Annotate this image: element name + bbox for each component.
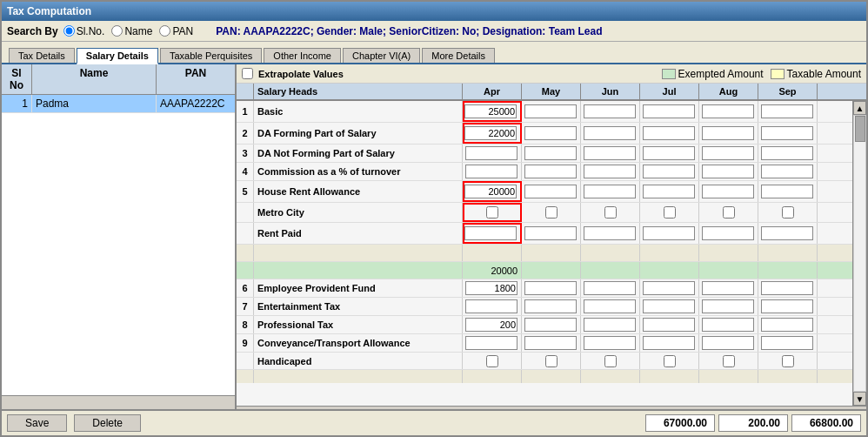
- input-jun-hra[interactable]: [584, 185, 636, 198]
- input-aug-commission[interactable]: [702, 165, 754, 178]
- input-jul-da-not[interactable]: [643, 146, 695, 160]
- input-jun-entertainment[interactable]: [584, 299, 636, 313]
- input-may-da-not[interactable]: [524, 146, 577, 160]
- input-apr-professional-tax[interactable]: [465, 318, 517, 332]
- cell-jun-metro[interactable]: [581, 203, 640, 222]
- input-apr-da-forming[interactable]: [464, 126, 517, 140]
- chk-sep-metro[interactable]: [782, 206, 794, 218]
- cell-jul-epf[interactable]: [640, 279, 699, 297]
- input-jun-da-not[interactable]: [584, 146, 636, 160]
- cell-jun-da-forming[interactable]: [581, 123, 640, 144]
- cell-sep-entertainment[interactable]: [758, 298, 818, 315]
- cell-jul-da-forming[interactable]: [640, 123, 699, 144]
- cell-jul-metro[interactable]: [640, 203, 699, 222]
- chk-apr-metro[interactable]: [486, 206, 498, 218]
- tab-salary-details[interactable]: Salary Details: [77, 48, 158, 64]
- input-apr-conveyance[interactable]: [465, 336, 517, 350]
- chk-jul-handicaped[interactable]: [664, 355, 676, 367]
- horizontal-scrollbar[interactable]: ◄ ►: [237, 406, 866, 409]
- cell-jul-entertainment[interactable]: [640, 298, 699, 315]
- cell-jul-basic[interactable]: [640, 101, 699, 122]
- input-jul-da-forming[interactable]: [643, 126, 695, 140]
- cell-jul-professional-tax[interactable]: [640, 316, 699, 333]
- cell-apr-hra[interactable]: [463, 181, 522, 202]
- cell-apr-metro[interactable]: [463, 203, 522, 222]
- tab-taxable-perquisites[interactable]: Taxable Perquisites: [160, 48, 262, 63]
- input-jul-commission[interactable]: [643, 165, 695, 178]
- cell-jul-handicaped[interactable]: [640, 353, 699, 369]
- cell-apr-epf[interactable]: [463, 279, 522, 297]
- cell-apr-da-forming[interactable]: [463, 123, 522, 144]
- cell-apr-rent[interactable]: [463, 223, 522, 244]
- cell-jun-handicaped[interactable]: [581, 353, 640, 369]
- tab-tax-details[interactable]: Tax Details: [9, 48, 75, 63]
- cell-jul-conveyance[interactable]: [640, 334, 699, 352]
- input-apr-rent[interactable]: [464, 226, 517, 240]
- cell-sep-conveyance[interactable]: [758, 334, 818, 352]
- scroll-down-arrow[interactable]: ▼: [853, 392, 866, 406]
- chk-jun-metro[interactable]: [604, 206, 617, 218]
- radio-name-input[interactable]: [111, 25, 123, 37]
- input-apr-entertainment[interactable]: [465, 299, 517, 313]
- cell-may-commission[interactable]: [522, 163, 581, 180]
- cell-may-basic[interactable]: [522, 101, 581, 122]
- cell-apr-da-not[interactable]: [463, 145, 522, 162]
- input-apr-commission[interactable]: [465, 165, 517, 178]
- cell-aug-hra[interactable]: [699, 181, 758, 202]
- cell-sep-commission[interactable]: [758, 163, 818, 180]
- cell-apr-professional-tax[interactable]: [463, 316, 522, 333]
- input-sep-professional-tax[interactable]: [761, 318, 813, 332]
- cell-jun-entertainment[interactable]: [581, 298, 640, 315]
- cell-apr-commission[interactable]: [463, 163, 522, 180]
- input-jul-entertainment[interactable]: [643, 299, 695, 313]
- extrapolate-checkbox[interactable]: [242, 68, 253, 79]
- input-may-da-forming[interactable]: [524, 126, 577, 140]
- input-may-rent[interactable]: [524, 226, 577, 240]
- input-may-basic[interactable]: [524, 104, 577, 118]
- cell-apr-handicaped[interactable]: [463, 353, 522, 369]
- cell-may-metro[interactable]: [522, 203, 581, 222]
- scroll-up-arrow[interactable]: ▲: [853, 101, 866, 115]
- input-aug-conveyance[interactable]: [702, 336, 754, 350]
- input-jul-professional-tax[interactable]: [643, 318, 695, 332]
- cell-may-entertainment[interactable]: [522, 298, 581, 315]
- cell-may-da-forming[interactable]: [522, 123, 581, 144]
- cell-aug-metro[interactable]: [699, 203, 758, 222]
- cell-aug-rent[interactable]: [699, 223, 758, 244]
- cell-jun-da-not[interactable]: [581, 145, 640, 162]
- tab-more-details[interactable]: More Details: [422, 48, 495, 63]
- input-jun-professional-tax[interactable]: [584, 318, 636, 332]
- input-aug-da-not[interactable]: [702, 146, 754, 160]
- cell-sep-hra[interactable]: [758, 181, 818, 202]
- cell-sep-basic[interactable]: [758, 101, 818, 122]
- input-jun-basic[interactable]: [584, 104, 636, 118]
- cell-aug-handicaped[interactable]: [699, 353, 758, 369]
- tab-chapter-via[interactable]: Chapter VI(A): [343, 48, 420, 63]
- chk-jun-handicaped[interactable]: [604, 355, 617, 367]
- radio-slno-input[interactable]: [63, 25, 75, 37]
- input-jun-da-forming[interactable]: [584, 126, 636, 140]
- cell-may-professional-tax[interactable]: [522, 316, 581, 333]
- cell-jun-commission[interactable]: [581, 163, 640, 180]
- input-jul-conveyance[interactable]: [643, 336, 695, 350]
- input-sep-conveyance[interactable]: [761, 336, 813, 350]
- input-aug-da-forming[interactable]: [702, 126, 754, 140]
- cell-may-hra[interactable]: [522, 181, 581, 202]
- input-may-entertainment[interactable]: [524, 299, 577, 313]
- cell-aug-da-not[interactable]: [699, 145, 758, 162]
- cell-jun-professional-tax[interactable]: [581, 316, 640, 333]
- cell-may-rent[interactable]: [522, 223, 581, 244]
- cell-jul-da-not[interactable]: [640, 145, 699, 162]
- input-sep-rent[interactable]: [761, 226, 813, 240]
- cell-sep-epf[interactable]: [758, 279, 818, 297]
- input-sep-da-forming[interactable]: [761, 126, 813, 140]
- vertical-scrollbar[interactable]: ▲ ▼: [852, 101, 866, 406]
- input-aug-entertainment[interactable]: [702, 299, 754, 313]
- tab-other-income[interactable]: Other Income: [264, 48, 341, 63]
- input-apr-basic[interactable]: [464, 104, 517, 118]
- cell-jun-conveyance[interactable]: [581, 334, 640, 352]
- input-jul-hra[interactable]: [643, 185, 695, 198]
- input-aug-basic[interactable]: [702, 104, 754, 118]
- input-jun-rent[interactable]: [584, 226, 636, 240]
- input-aug-hra[interactable]: [702, 185, 754, 198]
